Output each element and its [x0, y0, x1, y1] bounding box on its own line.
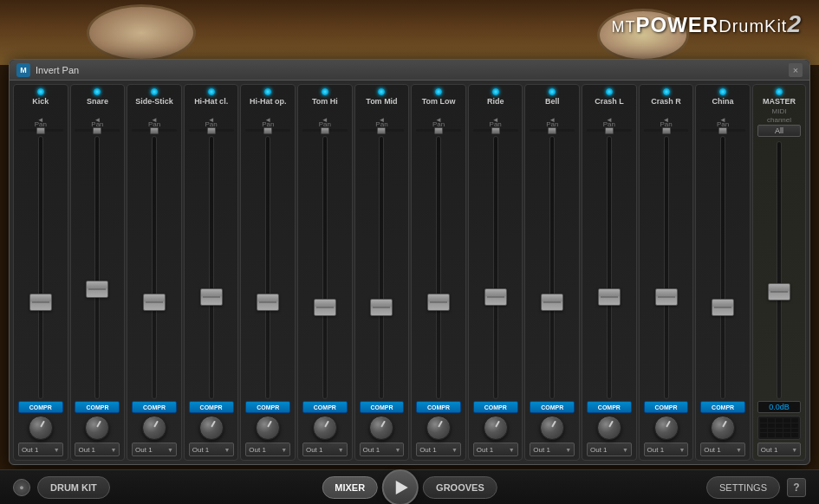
- fader-thumb-tomlow[interactable]: [427, 294, 450, 311]
- mute-bell[interactable]: [544, 107, 560, 120]
- close-button[interactable]: ×: [789, 63, 803, 77]
- pan-thumb-kick[interactable]: [36, 127, 45, 134]
- knob-tomhi[interactable]: [313, 416, 337, 440]
- compr-btn-sidestick[interactable]: COMPR: [132, 401, 177, 413]
- knob-snare[interactable]: [85, 416, 109, 440]
- pan-slider-ride[interactable]: [473, 129, 518, 132]
- pan-slider-sidestick[interactable]: [132, 129, 177, 132]
- knob-china[interactable]: [711, 416, 735, 440]
- fader-thumb-china[interactable]: [712, 299, 734, 316]
- pan-thumb-ride[interactable]: [491, 127, 500, 134]
- mute-sidestick[interactable]: [146, 107, 162, 120]
- pan-thumb-tomlow[interactable]: [434, 127, 443, 134]
- master-fader-thumb[interactable]: [768, 283, 790, 300]
- pan-slider-tomhi[interactable]: [302, 129, 348, 132]
- drum-kit-button[interactable]: DRUM KIT: [37, 476, 110, 499]
- pan-thumb-hihatop[interactable]: [263, 127, 272, 134]
- settings-button[interactable]: SETTINGS: [706, 476, 780, 499]
- knob-bell[interactable]: [540, 416, 564, 440]
- pan-slider-tomlow[interactable]: [416, 129, 461, 132]
- pan-thumb-sidestick[interactable]: [150, 127, 159, 134]
- mute-crashr[interactable]: [659, 107, 674, 120]
- output-select-kick[interactable]: Out 1 ▼: [18, 443, 63, 456]
- pan-slider-hihatop[interactable]: [245, 129, 290, 132]
- compr-btn-snare[interactable]: COMPR: [75, 401, 120, 413]
- midi-channel-button[interactable]: All: [757, 125, 801, 137]
- knob-hihatcl[interactable]: [199, 416, 224, 440]
- compr-btn-kick[interactable]: COMPR: [18, 401, 63, 413]
- knob-tommid[interactable]: [369, 416, 393, 440]
- fader-thumb-sidestick[interactable]: [143, 294, 166, 311]
- output-select-ride[interactable]: Out 1 ▼: [473, 443, 518, 456]
- compr-btn-china[interactable]: COMPR: [700, 401, 745, 413]
- logo-button[interactable]: ●: [13, 479, 30, 496]
- compr-btn-crashr[interactable]: COMPR: [644, 401, 689, 413]
- fader-thumb-kick[interactable]: [29, 294, 52, 311]
- pan-slider-bell[interactable]: [530, 129, 575, 132]
- compr-btn-tomlow[interactable]: COMPR: [416, 401, 461, 413]
- compr-btn-tomhi[interactable]: COMPR: [302, 401, 348, 413]
- fader-thumb-hihatop[interactable]: [257, 294, 279, 311]
- compr-btn-hihatop[interactable]: COMPR: [245, 401, 290, 413]
- compr-btn-hihatcl[interactable]: COMPR: [189, 401, 234, 413]
- output-select-tomlow[interactable]: Out 1 ▼: [416, 443, 461, 456]
- mute-tomhi[interactable]: [317, 107, 333, 120]
- output-select-tomhi[interactable]: Out 1 ▼: [302, 443, 348, 456]
- help-button[interactable]: ?: [787, 478, 806, 497]
- fader-thumb-tommid[interactable]: [370, 299, 393, 316]
- pan-slider-crashl[interactable]: [587, 129, 632, 132]
- mute-china[interactable]: [715, 107, 731, 120]
- output-select-tommid[interactable]: Out 1 ▼: [360, 443, 405, 456]
- compr-btn-bell[interactable]: COMPR: [530, 401, 575, 413]
- knob-sidestick[interactable]: [142, 416, 166, 440]
- pan-thumb-tommid[interactable]: [377, 127, 386, 134]
- pan-slider-hihatcl[interactable]: [189, 129, 234, 132]
- output-select-china[interactable]: Out 1 ▼: [700, 443, 745, 456]
- mute-crashl[interactable]: [601, 107, 617, 120]
- pan-slider-snare[interactable]: [75, 129, 120, 132]
- output-select-crashl[interactable]: Out 1 ▼: [587, 443, 632, 456]
- output-select-snare[interactable]: Out 1 ▼: [75, 443, 120, 456]
- grooves-button[interactable]: GROOVES: [423, 476, 497, 499]
- fader-thumb-snare[interactable]: [86, 281, 108, 298]
- master-output-select[interactable]: Out 1 ▼: [757, 443, 801, 456]
- output-select-hihatop[interactable]: Out 1 ▼: [245, 443, 290, 456]
- pan-thumb-hihatcl[interactable]: [207, 127, 216, 134]
- knob-tomlow[interactable]: [426, 416, 451, 440]
- fader-thumb-crashr[interactable]: [655, 288, 678, 306]
- knob-crashr[interactable]: [654, 416, 679, 440]
- knob-crashl[interactable]: [597, 416, 621, 440]
- output-select-hihatcl[interactable]: Out 1 ▼: [189, 443, 234, 456]
- fader-thumb-ride[interactable]: [484, 288, 507, 306]
- mute-kick[interactable]: [33, 107, 49, 120]
- mute-hihatop[interactable]: [260, 107, 276, 120]
- mixer-button[interactable]: MIXER: [322, 476, 378, 499]
- knob-hihatop[interactable]: [256, 416, 280, 440]
- compr-btn-ride[interactable]: COMPR: [473, 401, 518, 413]
- pan-slider-tommid[interactable]: [360, 129, 405, 132]
- pan-thumb-china[interactable]: [718, 127, 727, 134]
- pan-slider-kick[interactable]: [18, 129, 63, 132]
- pan-slider-crashr[interactable]: [644, 129, 689, 132]
- pan-slider-china[interactable]: [700, 129, 745, 132]
- output-select-crashr[interactable]: Out 1 ▼: [644, 443, 689, 456]
- pan-thumb-crashr[interactable]: [662, 127, 671, 134]
- mute-tomlow[interactable]: [431, 107, 446, 120]
- mute-snare[interactable]: [89, 107, 105, 120]
- fader-thumb-tomhi[interactable]: [314, 299, 336, 316]
- knob-ride[interactable]: [484, 416, 508, 440]
- play-button[interactable]: [382, 469, 419, 505]
- pan-thumb-tomhi[interactable]: [321, 127, 329, 134]
- compr-btn-crashl[interactable]: COMPR: [587, 401, 632, 413]
- fader-thumb-hihatcl[interactable]: [200, 288, 223, 306]
- output-select-sidestick[interactable]: Out 1 ▼: [132, 443, 177, 456]
- mute-hihatcl[interactable]: [204, 107, 219, 120]
- pan-thumb-snare[interactable]: [93, 127, 101, 134]
- fader-thumb-crashl[interactable]: [598, 288, 621, 306]
- pan-thumb-bell[interactable]: [548, 127, 556, 134]
- fader-thumb-bell[interactable]: [541, 294, 563, 311]
- pan-thumb-crashl[interactable]: [605, 127, 614, 134]
- compr-btn-tommid[interactable]: COMPR: [360, 401, 405, 413]
- output-select-bell[interactable]: Out 1 ▼: [530, 443, 575, 456]
- mute-ride[interactable]: [488, 107, 504, 120]
